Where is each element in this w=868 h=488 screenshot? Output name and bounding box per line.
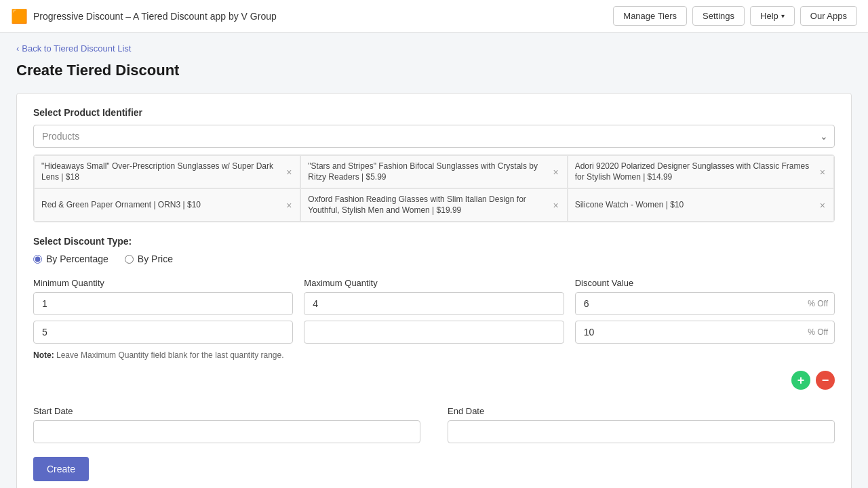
remove-product-button[interactable]: × — [285, 201, 293, 210]
page-title: Create Tiered Discount — [16, 62, 852, 79]
discount-rows-section: Minimum Quantity Maximum Quantity Discou… — [33, 278, 835, 360]
back-link[interactable]: ‹ Back to Tiered Discount List — [16, 43, 852, 54]
product-tag-label: Oxford Fashion Reading Glasses with Slim… — [308, 195, 547, 216]
remove-product-button[interactable]: × — [818, 167, 827, 177]
end-date-input[interactable] — [448, 420, 835, 443]
help-button[interactable]: Help ▾ — [750, 6, 795, 26]
max-qty-input-1[interactable] — [304, 292, 564, 315]
discount-type-label: Select Discount Type: — [33, 236, 835, 247]
max-qty-input-2[interactable] — [304, 321, 564, 344]
discount-value-input-wrapper-2: % Off — [575, 321, 835, 344]
remove-product-button[interactable]: × — [551, 201, 559, 210]
manage-tiers-button[interactable]: Manage Tiers — [613, 6, 687, 26]
discount-rows: % Off % Off — [33, 292, 835, 344]
create-button[interactable]: Create — [33, 457, 89, 481]
header: 🟧 Progressive Discount – A Tiered Discou… — [0, 0, 868, 33]
date-section: Start Date End Date — [33, 406, 835, 443]
header-left: 🟧 Progressive Discount – A Tiered Discou… — [11, 8, 277, 24]
start-date-label: Start Date — [33, 406, 420, 416]
discount-row: % Off — [33, 292, 835, 315]
products-select[interactable]: Products — [33, 125, 835, 148]
start-date-input[interactable] — [33, 420, 420, 443]
discount-row-headers: Minimum Quantity Maximum Quantity Discou… — [33, 278, 835, 288]
product-tag: "Hideaways Small" Over-Prescription Sung… — [34, 155, 300, 188]
by-price-label: By Price — [138, 253, 173, 264]
discount-type-section: Select Discount Type: By Percentage By P… — [33, 236, 835, 264]
product-tag: Adori 92020 Polarized Designer Sunglasse… — [568, 155, 834, 188]
app-title: Progressive Discount – A Tiered Discount… — [33, 11, 277, 22]
remove-product-button[interactable]: × — [285, 167, 293, 177]
note-label: Note: — [33, 350, 54, 360]
min-qty-input-1[interactable] — [33, 292, 293, 315]
discount-value-input-wrapper-1: % Off — [575, 292, 835, 315]
product-tag-label: "Stars and Stripes" Fashion Bifocal Sung… — [308, 161, 547, 182]
discount-value-input-1[interactable] — [575, 292, 835, 315]
product-tag-label: Adori 92020 Polarized Designer Sunglasse… — [575, 161, 814, 182]
min-qty-input-2[interactable] — [33, 321, 293, 344]
header-right: Manage Tiers Settings Help ▾ Our Apps — [613, 6, 857, 26]
app-icon: 🟧 — [11, 8, 28, 24]
min-qty-input-wrapper-2 — [33, 321, 293, 344]
end-date-field: End Date — [448, 406, 835, 443]
product-tag: Oxford Fashion Reading Glasses with Slim… — [300, 188, 567, 222]
remove-row-button[interactable]: − — [816, 371, 835, 390]
remove-product-button[interactable]: × — [818, 201, 827, 210]
by-percentage-option[interactable]: By Percentage — [33, 253, 108, 264]
start-date-field: Start Date — [33, 406, 420, 443]
selected-products-grid: "Hideaways Small" Over-Prescription Sung… — [33, 155, 835, 222]
product-tag-label: Silicone Watch - Women | $10 — [575, 200, 814, 211]
product-tag-label: Red & Green Paper Ornament | ORN3 | $10 — [41, 200, 281, 211]
settings-button[interactable]: Settings — [692, 6, 745, 26]
min-qty-col-label: Minimum Quantity — [33, 278, 293, 288]
by-price-radio[interactable] — [125, 255, 134, 264]
main-content: ‹ Back to Tiered Discount List Create Ti… — [0, 33, 868, 488]
product-identifier-section: Select Product Identifier Products "Hide… — [33, 107, 835, 222]
products-select-wrapper: Products — [33, 125, 835, 148]
by-price-option[interactable]: By Price — [125, 253, 173, 264]
remove-product-button[interactable]: × — [551, 167, 559, 177]
note-content: Leave Maximum Quantity field blank for t… — [56, 350, 284, 360]
note-text: Note: Leave Maximum Quantity field blank… — [33, 350, 835, 360]
discount-value-col-label: Discount Value — [575, 278, 835, 288]
discount-row: % Off — [33, 321, 835, 344]
end-date-label: End Date — [448, 406, 835, 416]
product-tag: Silicone Watch - Women | $10× — [568, 188, 834, 222]
back-link-label: Back to Tiered Discount List — [22, 43, 131, 54]
product-identifier-label: Select Product Identifier — [33, 107, 835, 118]
max-qty-col-label: Maximum Quantity — [304, 278, 564, 288]
max-qty-input-wrapper-1 — [304, 292, 564, 315]
back-arrow-icon: ‹ — [16, 43, 19, 54]
by-percentage-radio[interactable] — [33, 255, 42, 264]
product-tag-label: "Hideaways Small" Over-Prescription Sung… — [41, 161, 281, 182]
add-row-button[interactable]: + — [791, 371, 810, 390]
product-tag: "Stars and Stripes" Fashion Bifocal Sung… — [300, 155, 567, 188]
create-discount-card: Select Product Identifier Products "Hide… — [16, 93, 852, 488]
min-qty-input-wrapper-1 — [33, 292, 293, 315]
product-tag: Red & Green Paper Ornament | ORN3 | $10× — [34, 188, 300, 222]
max-qty-input-wrapper-2 — [304, 321, 564, 344]
discount-type-radio-group: By Percentage By Price — [33, 253, 835, 264]
our-apps-button[interactable]: Our Apps — [800, 6, 857, 26]
by-percentage-label: By Percentage — [46, 253, 108, 264]
row-actions: + − — [33, 371, 835, 390]
discount-value-input-2[interactable] — [575, 321, 835, 344]
help-label: Help — [760, 11, 778, 21]
chevron-down-icon: ▾ — [781, 12, 785, 20]
